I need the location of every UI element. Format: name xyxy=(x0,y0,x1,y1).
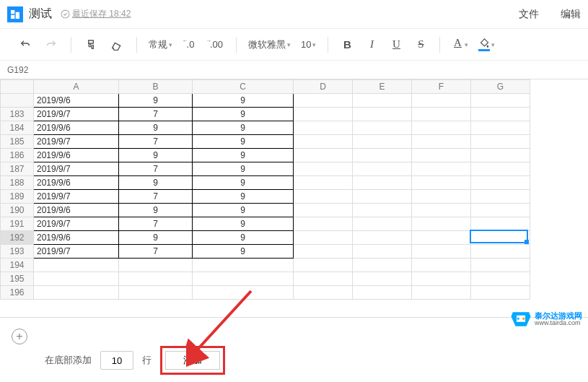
cell-B190[interactable]: 9 xyxy=(119,204,193,217)
cell-G191[interactable] xyxy=(471,217,530,231)
cell-F196[interactable] xyxy=(412,286,471,300)
cell-G185[interactable] xyxy=(471,135,530,149)
cell-E189[interactable] xyxy=(353,190,412,204)
column-header-F[interactable]: F xyxy=(412,80,471,94)
cell-G190[interactable] xyxy=(471,204,530,217)
cell-F190[interactable] xyxy=(412,204,471,217)
cell-F187[interactable] xyxy=(412,162,471,176)
add-rows-button[interactable]: 添加 xyxy=(165,351,220,370)
row-header-188[interactable]: 188 xyxy=(1,176,34,190)
cell-A196[interactable] xyxy=(34,286,119,300)
row-header-185[interactable]: 185 xyxy=(1,135,34,149)
cell-E196[interactable] xyxy=(353,286,412,300)
cell-B192[interactable]: 9 xyxy=(119,231,193,245)
cell-F189[interactable] xyxy=(412,190,471,204)
italic-button[interactable]: I xyxy=(361,38,382,51)
cell-A183[interactable]: 2019/9/7 xyxy=(34,108,119,121)
row-header-184[interactable]: 184 xyxy=(1,121,34,135)
cell-A191[interactable]: 2019/9/7 xyxy=(34,217,119,231)
cell-C190[interactable]: 9 xyxy=(193,204,294,217)
cell-B189[interactable]: 7 xyxy=(119,190,193,204)
number-format-select[interactable]: 常规▾ xyxy=(146,34,175,56)
add-rows-count-input[interactable] xyxy=(100,351,133,370)
cell-D188[interactable] xyxy=(294,176,353,190)
cell-D196[interactable] xyxy=(294,286,353,300)
cell-B187[interactable]: 7 xyxy=(119,162,193,176)
cell-E195[interactable] xyxy=(353,272,412,286)
cell-E193[interactable] xyxy=(353,245,412,259)
cell-F188[interactable] xyxy=(412,176,471,190)
cell-A190[interactable]: 2019/9/6 xyxy=(34,204,119,217)
row-header-195[interactable]: 195 xyxy=(1,272,34,286)
cell[interactable]: 9 xyxy=(193,94,294,108)
menu-file[interactable]: 文件 xyxy=(519,8,539,21)
cell-G184[interactable] xyxy=(471,121,530,135)
cell-B193[interactable]: 7 xyxy=(119,245,193,259)
undo-button[interactable] xyxy=(14,34,36,56)
cell-C183[interactable]: 9 xyxy=(193,108,294,121)
cell[interactable] xyxy=(353,94,412,108)
cell-B183[interactable]: 7 xyxy=(119,108,193,121)
cell-B194[interactable] xyxy=(119,259,193,272)
cell-E191[interactable] xyxy=(353,217,412,231)
cell-C188[interactable]: 9 xyxy=(193,176,294,190)
cell-C187[interactable]: 9 xyxy=(193,162,294,176)
column-header-A[interactable]: A xyxy=(34,80,119,94)
cell[interactable]: 9 xyxy=(119,94,193,108)
cell-C184[interactable]: 9 xyxy=(193,121,294,135)
cell-G186[interactable] xyxy=(471,149,530,162)
cell-A189[interactable]: 2019/9/7 xyxy=(34,190,119,204)
row-header-196[interactable]: 196 xyxy=(1,286,34,300)
cell-C191[interactable]: 9 xyxy=(193,217,294,231)
cell-D185[interactable] xyxy=(294,135,353,149)
cell-E192[interactable] xyxy=(353,231,412,245)
cell-A194[interactable] xyxy=(34,259,119,272)
row-header-191[interactable]: 191 xyxy=(1,217,34,231)
cell-D191[interactable] xyxy=(294,217,353,231)
row-header-186[interactable]: 186 xyxy=(1,149,34,162)
cell-G189[interactable] xyxy=(471,190,530,204)
cell-B185[interactable]: 7 xyxy=(119,135,193,149)
cell-D186[interactable] xyxy=(294,149,353,162)
cell-C194[interactable] xyxy=(193,259,294,272)
cell-E188[interactable] xyxy=(353,176,412,190)
cell-F184[interactable] xyxy=(412,121,471,135)
cell-G195[interactable] xyxy=(471,272,530,286)
cell-F192[interactable] xyxy=(412,231,471,245)
clear-format-button[interactable] xyxy=(106,34,128,56)
format-painter-button[interactable] xyxy=(80,34,102,56)
column-header-B[interactable]: B xyxy=(119,80,193,94)
column-header-G[interactable]: G xyxy=(471,80,530,94)
cell-A184[interactable]: 2019/9/6 xyxy=(34,121,119,135)
cell-B188[interactable]: 9 xyxy=(119,176,193,190)
row-header[interactable] xyxy=(1,94,34,108)
row-header-183[interactable]: 183 xyxy=(1,108,34,121)
row-header-193[interactable]: 193 xyxy=(1,245,34,259)
row-header-192[interactable]: 192 xyxy=(1,231,34,245)
row-header-190[interactable]: 190 xyxy=(1,204,34,217)
cell-G193[interactable] xyxy=(471,245,530,259)
cell-F191[interactable] xyxy=(412,217,471,231)
cell-D190[interactable] xyxy=(294,204,353,217)
cell[interactable] xyxy=(294,94,353,108)
cell-C189[interactable]: 9 xyxy=(193,190,294,204)
cell-D195[interactable] xyxy=(294,272,353,286)
row-header-189[interactable]: 189 xyxy=(1,190,34,204)
cell-C195[interactable] xyxy=(193,272,294,286)
cell-E190[interactable] xyxy=(353,204,412,217)
cell-G183[interactable] xyxy=(471,108,530,121)
font-size-select[interactable]: 10▾ xyxy=(298,34,319,56)
row-header-187[interactable]: 187 xyxy=(1,162,34,176)
cell-G187[interactable] xyxy=(471,162,530,176)
cell-B186[interactable]: 9 xyxy=(119,149,193,162)
cell-C196[interactable] xyxy=(193,286,294,300)
cell-D194[interactable] xyxy=(294,259,353,272)
cell-A187[interactable]: 2019/9/7 xyxy=(34,162,119,176)
cell-F185[interactable] xyxy=(412,135,471,149)
cell-B191[interactable]: 7 xyxy=(119,217,193,231)
cell-B196[interactable] xyxy=(119,286,193,300)
cell-F194[interactable] xyxy=(412,259,471,272)
cell-C192[interactable]: 9 xyxy=(193,231,294,245)
document-title[interactable]: 测试 xyxy=(29,6,52,22)
column-header-C[interactable]: C xyxy=(193,80,294,94)
